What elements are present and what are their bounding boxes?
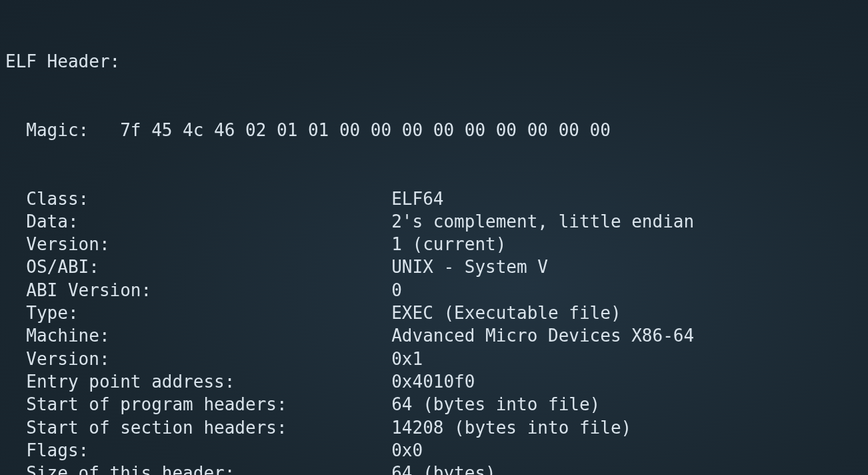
elf-field-label: Machine:: [5, 326, 391, 346]
elf-field-value: Advanced Micro Devices X86-64: [391, 326, 694, 346]
terminal-output: ELF Header: Magic: 7f 45 4c 46 02 01 01 …: [0, 0, 868, 475]
elf-field-row: Type: EXEC (Executable file): [5, 302, 863, 324]
elf-field-label: Version:: [5, 234, 391, 254]
elf-field-value: 0x4010f0: [391, 372, 475, 392]
elf-field-label: Entry point address:: [5, 372, 391, 392]
elf-field-value: 0: [391, 280, 402, 300]
elf-field-row: Size of this header: 64 (bytes): [5, 462, 863, 475]
elf-field-row: Start of program headers: 64 (bytes into…: [5, 393, 863, 416]
elf-field-label: Data:: [5, 211, 391, 231]
elf-header-title: ELF Header:: [5, 50, 863, 73]
elf-field-label: Start of section headers:: [5, 418, 391, 438]
elf-field-value: ELF64: [391, 189, 443, 209]
elf-field-value: 14208 (bytes into file): [391, 418, 631, 438]
elf-field-row: Start of section headers: 14208 (bytes i…: [5, 416, 863, 439]
elf-field-row: Machine: Advanced Micro Devices X86-64: [5, 324, 863, 347]
elf-field-label: Version:: [5, 349, 391, 369]
elf-field-row: Version: 0x1: [5, 348, 863, 370]
elf-field-row: Version: 1 (current): [5, 233, 863, 256]
magic-label: Magic: 7f 45 4c 46 02 01 01 00 00 00 00 …: [5, 120, 611, 140]
elf-field-row: Data: 2's complement, little endian: [5, 210, 863, 233]
magic-row: Magic: 7f 45 4c 46 02 01 01 00 00 00 00 …: [5, 119, 863, 141]
elf-field-value: 2's complement, little endian: [391, 211, 694, 231]
elf-field-row: OS/ABI: UNIX - System V: [5, 256, 863, 278]
elf-field-label: ABI Version:: [5, 280, 391, 300]
elf-field-value: 64 (bytes): [391, 463, 496, 475]
elf-field-row: ABI Version: 0: [5, 279, 863, 302]
elf-field-row: Entry point address: 0x4010f0: [5, 370, 863, 393]
elf-field-label: Class:: [5, 189, 391, 209]
elf-field-label: Size of this header:: [5, 463, 391, 475]
elf-field-label: Flags:: [5, 440, 391, 460]
elf-field-label: Start of program headers:: [5, 394, 391, 414]
elf-field-value: 1 (current): [391, 234, 506, 254]
elf-field-label: Type:: [5, 303, 391, 323]
elf-field-value: 0x0: [391, 440, 423, 460]
elf-field-value: UNIX - System V: [391, 257, 548, 277]
elf-field-label: OS/ABI:: [5, 257, 391, 277]
elf-field-row: Flags: 0x0: [5, 439, 863, 462]
elf-field-row: Class: ELF64: [5, 187, 863, 210]
elf-field-value: 0x1: [391, 349, 423, 369]
elf-field-value: 64 (bytes into file): [391, 394, 600, 414]
elf-field-value: EXEC (Executable file): [391, 303, 621, 323]
